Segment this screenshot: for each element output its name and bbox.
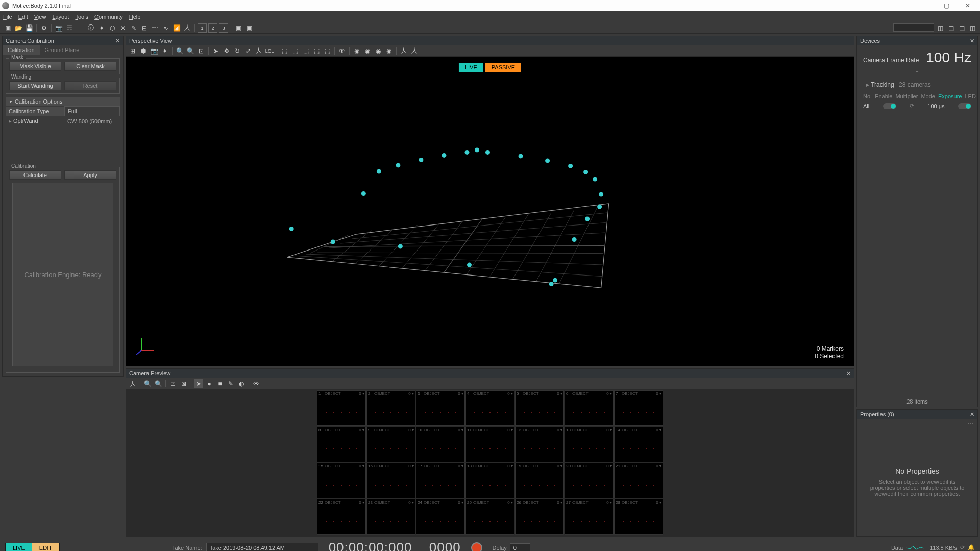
cp-pen-icon[interactable]: ✎ — [226, 379, 235, 388]
skeleton-icon[interactable]: 人 — [254, 46, 263, 56]
calibration-options-header[interactable]: Calibration Options — [6, 97, 120, 106]
maximize-button[interactable]: ▢ — [936, 0, 957, 11]
camera-cell-25[interactable]: 25OBJECT0 ▾ — [465, 499, 514, 535]
dock3-icon[interactable]: ◫ — [957, 23, 966, 33]
rotate-icon[interactable]: ↻ — [233, 46, 242, 56]
multiplier-icon[interactable]: ⟳ — [910, 103, 914, 109]
camera-cell-1[interactable]: 1OBJECT0 ▾ — [317, 390, 366, 426]
camera-cell-24[interactable]: 24OBJECT0 ▾ — [416, 499, 465, 535]
v1-icon[interactable]: ◉ — [352, 46, 361, 56]
camera-cell-6[interactable]: 6OBJECT0 ▾ — [565, 390, 614, 426]
camera-cell-11[interactable]: 11OBJECT0 ▾ — [465, 427, 514, 462]
menu-edit[interactable]: Edit — [18, 14, 28, 20]
calibration-type-select[interactable]: Full — [64, 106, 120, 116]
bar-icon[interactable]: ⊟ — [140, 23, 149, 33]
camera-icon[interactable]: 📷 — [54, 23, 63, 33]
panel-close-icon[interactable]: ✕ — [115, 38, 120, 44]
graph-icon[interactable]: 〰 — [151, 23, 160, 33]
info-icon[interactable]: ⓘ — [86, 23, 95, 33]
tool-icon[interactable]: ✎ — [129, 23, 138, 33]
chevron-down-icon[interactable]: ⌄ — [863, 67, 971, 74]
enable-all-toggle[interactable] — [883, 103, 896, 109]
live-badge[interactable]: LIVE — [459, 63, 483, 72]
reset-wanding-button[interactable]: Reset — [64, 81, 116, 90]
tab-ground-plane[interactable]: Ground Plane — [40, 45, 85, 55]
dock4-icon[interactable]: ◫ — [968, 23, 977, 33]
menu-help[interactable]: Help — [129, 14, 141, 20]
tab-calibration[interactable]: Calibration — [3, 45, 40, 55]
skeleton-icon[interactable]: 人 — [183, 23, 192, 33]
sel4-icon[interactable]: ⬚ — [312, 46, 321, 56]
camera-cell-26[interactable]: 26OBJECT0 ▾ — [515, 499, 564, 535]
zoom-fit-icon[interactable]: ⊡ — [197, 46, 206, 56]
stream-icon[interactable]: 📶 — [172, 23, 181, 33]
wrench-icon[interactable]: ✕ — [118, 23, 128, 33]
cp-x-icon[interactable]: ⊠ — [179, 379, 188, 388]
menu-view[interactable]: View — [34, 14, 46, 20]
menu-file[interactable]: File — [3, 14, 12, 20]
menu-tools[interactable]: Tools — [75, 14, 88, 20]
camera-cell-13[interactable]: 13OBJECT0 ▾ — [565, 427, 614, 462]
cp-zoom-icon[interactable]: 🔍 — [143, 379, 152, 388]
rec-icon[interactable]: ▣ — [234, 23, 243, 33]
apply-button[interactable]: Apply — [64, 170, 116, 180]
camera-cell-21[interactable]: 21OBJECT0 ▾ — [614, 463, 663, 498]
save-icon[interactable]: 💾 — [24, 23, 34, 33]
wave-icon[interactable]: ∿ — [161, 23, 170, 33]
axis-icon[interactable]: ✦ — [160, 46, 169, 56]
camera-cell-17[interactable]: 17OBJECT0 ▾ — [416, 463, 465, 498]
camera-cell-8[interactable]: 8OBJECT0 ▾ — [317, 427, 366, 462]
camera-cell-16[interactable]: 16OBJECT0 ▾ — [366, 463, 415, 498]
play-icon[interactable]: ▣ — [244, 23, 254, 33]
camera-cell-19[interactable]: 19OBJECT0 ▾ — [515, 463, 564, 498]
mask-visible-button[interactable]: Mask Visible — [9, 62, 61, 71]
sel2-icon[interactable]: ⬚ — [290, 46, 300, 56]
camera-cell-3[interactable]: 3OBJECT0 ▾ — [416, 390, 465, 426]
open-icon[interactable]: 📂 — [14, 23, 23, 33]
list-icon[interactable]: ≣ — [76, 23, 85, 33]
lcl-icon[interactable]: LCL — [265, 46, 274, 56]
clear-mask-button[interactable]: Clear Mask — [64, 62, 116, 71]
bell-icon[interactable]: 🔔 — [968, 544, 975, 551]
sel3-icon[interactable]: ⬚ — [301, 46, 310, 56]
cube-icon[interactable]: ⬢ — [139, 46, 148, 56]
camera-cell-2[interactable]: 2OBJECT0 ▾ — [366, 390, 415, 426]
search-box[interactable] — [893, 23, 934, 32]
zoom-in-icon[interactable]: 🔍 — [175, 46, 184, 56]
cp-zoom2-icon[interactable]: 🔍 — [154, 379, 163, 388]
sel1-icon[interactable]: ⬚ — [280, 46, 289, 56]
menu-layout[interactable]: Layout — [52, 14, 69, 20]
dock2-icon[interactable]: ◫ — [946, 23, 955, 33]
camera-cell-20[interactable]: 20OBJECT0 ▾ — [565, 463, 614, 498]
s2-icon[interactable]: 人 — [410, 46, 419, 56]
layout2-icon[interactable]: 2 — [208, 23, 217, 33]
take-name-input[interactable] — [206, 543, 318, 552]
scale-icon[interactable]: ⤢ — [243, 46, 253, 56]
settings-icon[interactable]: ⚙ — [39, 23, 48, 33]
camera-preview-close-icon[interactable]: ✕ — [846, 370, 851, 377]
camera-cell-9[interactable]: 9OBJECT0 ▾ — [366, 427, 415, 462]
tracking-label[interactable]: Tracking — [871, 81, 894, 88]
camera-cell-14[interactable]: 14OBJECT0 ▾ — [614, 427, 663, 462]
dock1-icon[interactable]: ◫ — [936, 23, 945, 33]
camera-cell-22[interactable]: 22OBJECT0 ▾ — [317, 499, 366, 535]
grid-icon[interactable]: ⊞ — [128, 46, 137, 56]
cp-toggle-icon[interactable]: ◐ — [237, 379, 246, 388]
camera-cell-28[interactable]: 28OBJECT0 ▾ — [614, 499, 663, 535]
cp-arrow-icon[interactable]: ➤ — [194, 379, 203, 388]
camera-cell-12[interactable]: 12OBJECT0 ▾ — [515, 427, 564, 462]
cp-person-icon[interactable]: 人 — [128, 379, 137, 388]
pointer-icon[interactable]: ➤ — [211, 46, 220, 56]
camera-cell-23[interactable]: 23OBJECT0 ▾ — [366, 499, 415, 535]
sel5-icon[interactable]: ⬚ — [323, 46, 332, 56]
menu-community[interactable]: Community — [94, 14, 123, 20]
eye-icon[interactable]: 👁 — [337, 46, 347, 56]
camera-cell-4[interactable]: 4OBJECT0 ▾ — [465, 390, 514, 426]
cp-full-icon[interactable]: ⊡ — [168, 379, 178, 388]
start-wanding-button[interactable]: Start Wanding — [9, 81, 61, 90]
camera-cell-5[interactable]: 5OBJECT0 ▾ — [515, 390, 564, 426]
viewport-3d[interactable]: LIVE PASSIVE — [126, 57, 854, 366]
prop-icon[interactable]: ☴ — [65, 23, 74, 33]
cp-square-icon[interactable]: ■ — [215, 379, 225, 388]
devices-close-icon[interactable]: ✕ — [970, 38, 974, 44]
